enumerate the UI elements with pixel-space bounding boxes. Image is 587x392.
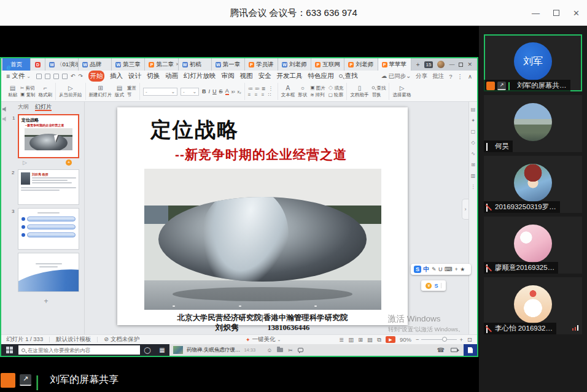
underline-button[interactable]: U [212, 88, 217, 94]
close-icon[interactable]: ✕ [573, 9, 580, 18]
bullet-list-icon[interactable]: ≔ [248, 86, 254, 91]
indent-icon[interactable]: ≣ [262, 86, 268, 91]
cut-button[interactable]: ✂ 剪切 [20, 85, 36, 91]
italic-button[interactable]: I [209, 88, 211, 94]
sogou-mini-panel[interactable]: ¥ S [421, 280, 446, 291]
protection-status[interactable]: ⊘ 文档未保护 [104, 336, 139, 344]
read-aloud-icon[interactable] [2, 117, 7, 121]
speaker-icon[interactable] [2, 107, 7, 112]
more-pane-icon[interactable]: ⋮ [471, 184, 476, 190]
participant-tile[interactable]: 廖顺意20169325… [484, 217, 582, 274]
panel-collapse-handle[interactable]: › [462, 199, 468, 220]
menu-tab-design[interactable]: 设计 [128, 72, 141, 80]
zoom-in-icon[interactable]: + [459, 336, 463, 343]
menu-tab-devtools[interactable]: 开发工具 [276, 72, 302, 80]
sogou-ime-bar[interactable]: S 中 ✎ U ⌨ + ★ [411, 264, 471, 275]
doc-assistant-button[interactable]: ▯文档助手 [350, 85, 368, 98]
doc-tab[interactable]: P学员讲 [245, 58, 278, 71]
menu-tab-insert[interactable]: 插入 [110, 72, 123, 80]
text-box-button[interactable]: A文本框 [281, 85, 295, 98]
share-button[interactable]: 分享 [416, 72, 427, 80]
keyboard-icon[interactable]: ⌨ [445, 266, 453, 272]
maximize-icon[interactable] [553, 10, 559, 16]
scissors-icon[interactable]: ✂ [288, 347, 293, 353]
tab-outline[interactable]: 大纲 [18, 103, 29, 111]
subscript-button[interactable]: x₂ [237, 90, 241, 94]
align-right-icon[interactable]: ≡ [262, 92, 268, 98]
arrange-button[interactable]: ≋ 排列 [310, 92, 325, 98]
slide-sorter-icon[interactable]: ⊞ [358, 336, 363, 343]
minimize-icon[interactable]: — [532, 9, 540, 18]
menu-tab-review[interactable]: 审阅 [221, 72, 234, 80]
video-call-icon[interactable] [451, 348, 457, 352]
doc-tab[interactable]: W刘老师 [278, 58, 311, 71]
doc-tab[interactable]: W品牌 [79, 58, 112, 71]
menu-tab-transition[interactable]: 切换 [147, 72, 160, 80]
presenter-view-icon[interactable]: ⧉ [377, 336, 381, 344]
participant-tile[interactable]: 何昊 [484, 95, 582, 152]
menu-tab-animation[interactable]: 动画 [165, 72, 178, 80]
help-icon[interactable]: ? [449, 73, 452, 80]
replace-button[interactable]: 替换 [371, 92, 386, 98]
ime-mode[interactable]: 中 [424, 265, 430, 274]
tab-docer[interactable]: D [31, 58, 45, 71]
picture-button[interactable]: ▣ 图片 [310, 85, 325, 91]
selection-pane-button[interactable]: ▷选择窗格 [392, 85, 411, 98]
layer-pane-icon[interactable]: ⊞ [471, 162, 475, 167]
style-pane-icon[interactable]: ◇ [471, 140, 475, 145]
layout-button[interactable]: ▤版式 [115, 85, 124, 98]
shape-button[interactable]: ○形状 [298, 85, 307, 98]
fullscreen-icon[interactable]: ⊡ [467, 336, 472, 343]
doc-tab[interactable]: W初稿 [179, 58, 212, 71]
file-menu[interactable]: ≡ 文件 ⌄ [6, 72, 31, 80]
reset-button[interactable]: 重置 [127, 85, 136, 91]
menu-tab-security[interactable]: 安全 [258, 72, 271, 80]
wps-minimize-icon[interactable]: — [449, 61, 454, 67]
zoom-knob[interactable] [442, 337, 447, 342]
copy-button[interactable]: ▣ 复制 [20, 92, 36, 98]
edge-icon[interactable]: e [1, 63, 16, 72]
zoom-out-icon[interactable]: − [416, 336, 419, 343]
menu-tab-slideshow[interactable]: 幻灯片放映 [184, 72, 216, 80]
beautify-button[interactable]: ✦ 一键美化 ⌄ [246, 336, 281, 344]
participant-tile[interactable]: 李心怡 2016932… [484, 277, 582, 334]
play-from-current-button[interactable]: ▷从当前开始 [59, 85, 82, 98]
pen-icon[interactable]: ✎ [432, 266, 437, 272]
start-button[interactable] [1, 344, 17, 356]
normal-view-icon[interactable]: ▥ [348, 336, 354, 343]
save-icon[interactable] [36, 74, 42, 79]
new-slide-button[interactable]: ⊞新建幻灯片 [89, 85, 112, 98]
zoom-level[interactable]: 90% [400, 336, 411, 343]
kebab-icon[interactable]: ⋮ [457, 73, 464, 80]
folder-icon[interactable] [277, 348, 283, 352]
current-slide[interactable]: 定位战略 --新竞争时期的企业经营之道 北京大学民营经济研究院|香港中瀚管理科学… [117, 107, 408, 325]
section-button[interactable]: 节 [127, 92, 136, 98]
new-tab-icon[interactable]: + [416, 61, 420, 68]
skin-icon[interactable]: ★ [460, 266, 465, 272]
fill-button[interactable]: ◇ 填充 [328, 85, 344, 91]
comment-button[interactable]: 批注 [432, 72, 444, 80]
chat-title[interactable]: 药物禅.失眠焦虑疗缓… [187, 347, 240, 354]
add-here-icon[interactable]: + [66, 159, 72, 166]
wps-restore-icon[interactable] [459, 63, 463, 67]
columns-icon[interactable]: ∷ [268, 92, 274, 98]
slide-thumbnail-4[interactable]: 4 [18, 253, 79, 292]
menu-tab-start[interactable]: 开始 [88, 71, 104, 82]
tab-slides[interactable]: 幻灯片 [35, 103, 52, 111]
undo-icon[interactable]: ↶ [71, 73, 76, 79]
zoom-track[interactable] [421, 339, 457, 340]
slideshow-play-button[interactable]: ▶ [386, 336, 395, 343]
search-input[interactable] [28, 347, 126, 353]
menu-tab-features[interactable]: 特色应用 [308, 72, 333, 80]
chart-pane-icon[interactable]: ∿ [471, 151, 475, 156]
paste-button[interactable]: ▤粘贴 [8, 85, 17, 98]
doc-tab[interactable]: W第三章 [112, 58, 145, 71]
align-center-icon[interactable]: ≡ [255, 92, 261, 98]
reading-view-icon[interactable]: ▤ [367, 336, 373, 343]
sync-status[interactable]: ☁ 已同步⌄ [381, 72, 411, 80]
wps-tray-icon[interactable] [464, 344, 477, 356]
font-color-button[interactable]: A [225, 88, 229, 95]
doc-tab-active[interactable]: P苹苹苹 [378, 58, 411, 71]
phone-icon[interactable]: ☎ [437, 347, 445, 353]
menu-tab-view[interactable]: 视图 [239, 72, 252, 80]
